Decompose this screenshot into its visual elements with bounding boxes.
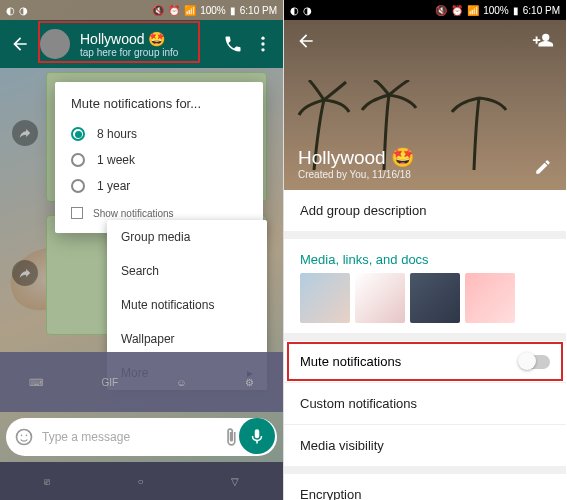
media-thumb[interactable]: [410, 273, 460, 323]
menu-wallpaper[interactable]: Wallpaper: [107, 322, 267, 356]
radio-icon: [71, 179, 85, 193]
checkbox-label: Show notifications: [93, 208, 174, 219]
signal-icon: 📶: [184, 5, 196, 16]
radio-icon: [71, 127, 85, 141]
clock: 6:10 PM: [523, 5, 560, 16]
mute-toggle[interactable]: [520, 355, 550, 369]
add-member-icon[interactable]: [532, 30, 554, 52]
message-input-bar: Type a message: [6, 418, 277, 456]
media-thumbnails[interactable]: [284, 273, 566, 341]
option-label: 1 week: [97, 153, 135, 167]
mute-option-1y[interactable]: 1 year: [71, 173, 247, 199]
menu-icon[interactable]: [253, 34, 273, 54]
menu-group-media[interactable]: Group media: [107, 220, 267, 254]
option-label: 8 hours: [97, 127, 137, 141]
menu-mute[interactable]: Mute notifications: [107, 288, 267, 322]
svg-point-2: [261, 48, 264, 51]
menu-search[interactable]: Search: [107, 254, 267, 288]
keyboard-bottom: ⎚○▽: [0, 462, 283, 500]
chat-header[interactable]: Hollywood 🤩 tap here for group info: [0, 20, 283, 68]
radio-icon: [71, 153, 85, 167]
emoji-icon[interactable]: [14, 427, 34, 447]
keyboard-strip: ⌨ GIF ☺ ⚙: [0, 352, 283, 412]
dialog-title: Mute notifications for...: [71, 96, 247, 111]
show-notif-checkbox[interactable]: Show notifications: [71, 207, 247, 219]
status-right: 🔇 ⏰ 📶 100% ▮ 6:10 PM: [152, 5, 277, 16]
kbd-key[interactable]: ⌨: [29, 377, 43, 388]
kbd-settings[interactable]: ⚙: [245, 377, 254, 388]
mute-option-1w[interactable]: 1 week: [71, 147, 247, 173]
battery-icon: ▮: [513, 5, 519, 16]
option-label: 1 year: [97, 179, 130, 193]
svg-point-1: [261, 42, 264, 45]
alarm-icon: ⏰: [168, 5, 180, 16]
mute-icon: 🔇: [435, 5, 447, 16]
battery-text: 100%: [483, 5, 509, 16]
media-section-title[interactable]: Media, links, and docs: [284, 239, 566, 273]
message-input[interactable]: Type a message: [42, 430, 213, 444]
mute-notifications-row[interactable]: Mute notifications: [284, 341, 566, 382]
kbd-gif[interactable]: GIF: [101, 377, 118, 388]
battery-text: 100%: [200, 5, 226, 16]
status-bar: ◐ ◑ 🔇 ⏰ 📶 100% ▮ 6:10 PM: [0, 0, 283, 20]
notif-icon: ◐: [6, 5, 15, 16]
media-thumb[interactable]: [465, 273, 515, 323]
back-icon[interactable]: [296, 31, 316, 51]
group-name: Hollywood 🤩: [298, 146, 415, 169]
media-thumb[interactable]: [355, 273, 405, 323]
phone-group-info: ◐◑ 🔇 ⏰ 📶 100% ▮ 6:10 PM Hollywood 🤩 Crea…: [283, 0, 566, 500]
group-avatar[interactable]: [40, 29, 70, 59]
media-thumb[interactable]: [300, 273, 350, 323]
add-description[interactable]: Add group description: [284, 190, 566, 239]
call-icon[interactable]: [223, 34, 243, 54]
clock: 6:10 PM: [240, 5, 277, 16]
back-icon[interactable]: [10, 34, 30, 54]
checkbox-icon: [71, 207, 83, 219]
svg-point-0: [261, 37, 264, 40]
signal-icon: 📶: [467, 5, 479, 16]
svg-point-5: [26, 435, 28, 437]
mic-fab[interactable]: [239, 418, 275, 454]
svg-point-4: [21, 435, 23, 437]
group-subtitle: tap here for group info: [80, 47, 213, 58]
battery-icon: ▮: [230, 5, 236, 16]
group-info-header: Hollywood 🤩 Created by You, 11/16/18: [284, 20, 566, 190]
mute-option-8h[interactable]: 8 hours: [71, 121, 247, 147]
notif-icon: ◑: [303, 5, 312, 16]
encryption[interactable]: Encryption: [284, 474, 566, 500]
notif-icon: ◐: [290, 5, 299, 16]
mute-icon: 🔇: [152, 5, 164, 16]
status-bar: ◐◑ 🔇 ⏰ 📶 100% ▮ 6:10 PM: [284, 0, 566, 20]
group-created: Created by You, 11/16/18: [298, 169, 415, 180]
notif-icon: ◑: [19, 5, 28, 16]
svg-point-3: [17, 430, 32, 445]
edit-icon[interactable]: [534, 158, 552, 176]
kbd-emoji[interactable]: ☺: [176, 377, 186, 388]
status-left: ◐ ◑: [6, 5, 28, 16]
custom-notifications[interactable]: Custom notifications: [284, 383, 566, 425]
mute-dialog: Mute notifications for... 8 hours 1 week…: [55, 82, 263, 233]
phone-chat-screen: ◐ ◑ 🔇 ⏰ 📶 100% ▮ 6:10 PM Hollywood 🤩 tap…: [0, 0, 283, 500]
alarm-icon: ⏰: [451, 5, 463, 16]
header-title-area[interactable]: Hollywood 🤩 tap here for group info: [80, 31, 213, 58]
mute-label: Mute notifications: [300, 354, 401, 369]
group-name: Hollywood 🤩: [80, 31, 213, 47]
media-visibility[interactable]: Media visibility: [284, 425, 566, 474]
attach-icon[interactable]: [221, 427, 241, 447]
